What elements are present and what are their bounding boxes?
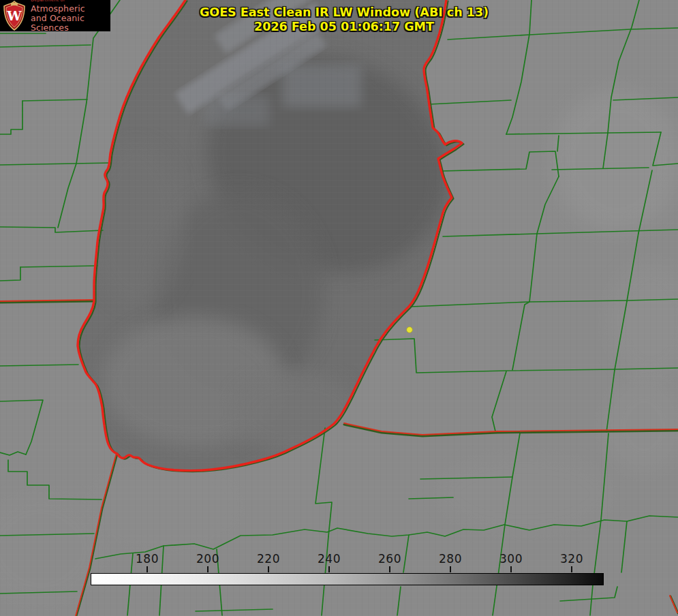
colorbar-tick-label: 260 — [378, 552, 401, 566]
colorbar-tick-label: 300 — [499, 552, 523, 566]
colorbar-tick — [268, 566, 269, 572]
colorbar-tick-label: 220 — [257, 552, 280, 566]
uw-aos-logo: W Department of Atmospheric and Oceanic … — [0, 0, 110, 31]
logo-name-line1: Atmospheric — [31, 4, 110, 14]
image-title-line1: GOES East Clean IR LW Window (ABI ch 13) — [200, 5, 489, 20]
colorbar-tick — [389, 566, 390, 572]
colorbar-tick-label: 200 — [196, 552, 219, 566]
colorbar-tick — [510, 566, 512, 572]
colorbar-tick-label: 320 — [560, 552, 583, 566]
colorbar-tick — [450, 566, 451, 572]
logo-department-text: Department of — [31, 0, 110, 3]
svg-text:W: W — [6, 8, 22, 23]
image-title-line2: 2026 Feb 05 01:06:17 GMT — [200, 20, 489, 34]
colorbar-tick — [328, 566, 330, 572]
goes-satellite-view: W Department of Atmospheric and Oceanic … — [0, 0, 678, 616]
colorbar-tick — [147, 566, 148, 572]
map-canvas — [0, 0, 678, 616]
colorbar-tick — [571, 566, 572, 572]
colorbar-gradient — [91, 573, 604, 585]
colorbar-tick-label: 180 — [136, 552, 159, 566]
image-title: GOES East Clean IR LW Window (ABI ch 13)… — [200, 5, 489, 35]
location-marker — [407, 327, 413, 333]
colorbar-tick-label: 240 — [318, 552, 341, 566]
logo-name-line2: and Oceanic Sciences — [31, 14, 110, 33]
colorbar-tick-label: 280 — [439, 552, 462, 566]
colorbar-tick — [207, 566, 209, 572]
uw-crest-icon: W — [1, 1, 27, 31]
